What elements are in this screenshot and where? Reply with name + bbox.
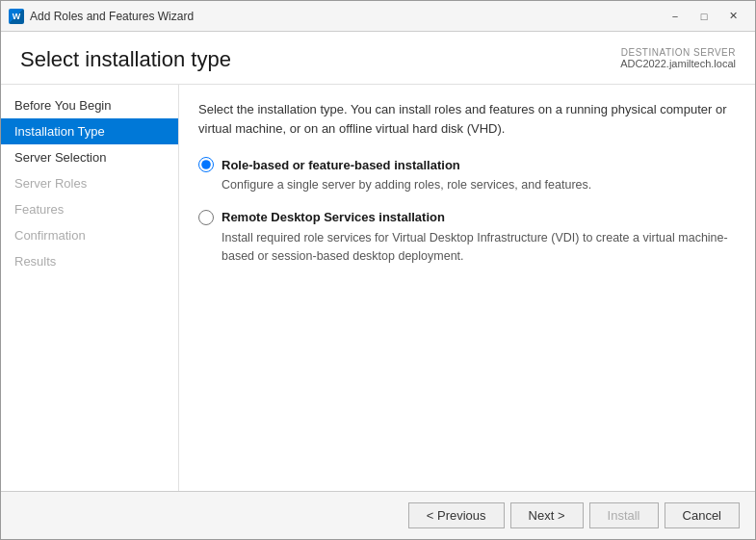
maximize-button[interactable]: □: [690, 6, 718, 27]
destination-server-info: DESTINATION SERVER ADC2022.jamiltech.loc…: [620, 47, 736, 69]
page-title: Select installation type: [20, 47, 231, 72]
window-controls: − □ ✕: [661, 6, 747, 27]
radio-remote-desktop[interactable]: [198, 210, 214, 225]
sidebar-item-server-roles: Server Roles: [1, 170, 178, 196]
radio-role-based[interactable]: [198, 157, 214, 172]
wizard-header: Select installation type DESTINATION SER…: [1, 32, 755, 85]
destination-label: DESTINATION SERVER: [620, 47, 736, 58]
next-button[interactable]: Next >: [510, 502, 584, 528]
sidebar-item-installation-type[interactable]: Installation Type: [1, 118, 178, 144]
sidebar-item-results: Results: [1, 248, 178, 274]
wizard-footer: < Previous Next > Install Cancel: [1, 491, 755, 539]
destination-server-name: ADC2022.jamiltech.local: [620, 58, 736, 69]
main-panel: Select the installation type. You can in…: [179, 85, 755, 491]
option-role-based-label[interactable]: Role-based or feature-based installation: [198, 157, 736, 172]
description-text: Select the installation type. You can in…: [198, 100, 736, 138]
sidebar-item-features: Features: [1, 196, 178, 222]
option-remote-desktop-label[interactable]: Remote Desktop Services installation: [198, 210, 736, 225]
title-bar: W Add Roles and Features Wizard − □ ✕: [1, 1, 755, 32]
wizard-window: W Add Roles and Features Wizard − □ ✕ Se…: [0, 0, 756, 540]
option-remote-desktop: Remote Desktop Services installation Ins…: [198, 210, 736, 266]
sidebar-item-before-you-begin[interactable]: Before You Begin: [1, 92, 178, 118]
sidebar: Before You Begin Installation Type Serve…: [1, 85, 179, 491]
option-remote-desktop-title: Remote Desktop Services installation: [222, 210, 445, 224]
option-remote-desktop-description: Install required role services for Virtu…: [222, 229, 736, 266]
cancel-button[interactable]: Cancel: [665, 502, 740, 528]
window-title: Add Roles and Features Wizard: [30, 10, 661, 23]
option-role-based-title: Role-based or feature-based installation: [222, 158, 460, 172]
previous-button[interactable]: < Previous: [408, 502, 505, 528]
close-button[interactable]: ✕: [718, 6, 747, 27]
option-role-based: Role-based or feature-based installation…: [198, 157, 736, 194]
sidebar-item-confirmation: Confirmation: [1, 222, 178, 248]
install-button: Install: [589, 502, 659, 528]
option-role-based-description: Configure a single server by adding role…: [222, 176, 736, 194]
sidebar-item-server-selection[interactable]: Server Selection: [1, 144, 178, 170]
minimize-button[interactable]: −: [661, 6, 690, 27]
app-icon: W: [9, 9, 24, 24]
wizard-content: Before You Begin Installation Type Serve…: [1, 85, 755, 491]
